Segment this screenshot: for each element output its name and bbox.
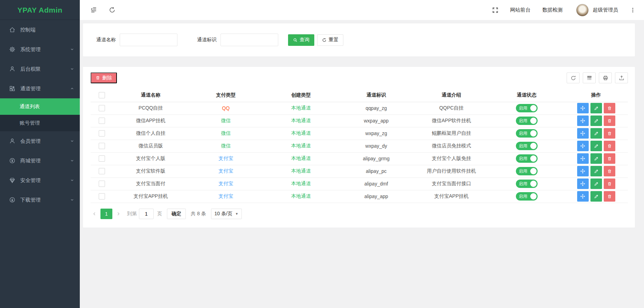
table-row: 微信个人自挂 微信 本地通道 wxpay_zg 鲲鹏框架用户自挂 启用 [91, 127, 628, 140]
channel-desc-cell: QQPC自挂 [414, 102, 489, 114]
channel-code-label: 通道标识 [197, 37, 217, 43]
sidebar-item-channels[interactable]: 通道管理 [0, 79, 80, 98]
move-button[interactable] [577, 128, 589, 139]
edit-button[interactable] [590, 103, 602, 113]
sidebar-item-mall[interactable]: 商城管理 [0, 151, 80, 170]
table-refresh-icon[interactable] [567, 72, 580, 83]
fullscreen-icon[interactable] [492, 7, 498, 13]
toggle-knob [530, 118, 537, 124]
chevron-down-icon [70, 67, 74, 71]
channel-code-cell: alipay_pc [338, 165, 414, 177]
row-checkbox[interactable] [99, 181, 105, 187]
edit-button[interactable] [590, 115, 602, 126]
sidebar-item-system[interactable]: 系统管理 [0, 40, 80, 59]
total-count: 共 8 条 [191, 211, 206, 217]
table-row: 微信APP挂机 微信 本地通道 wxpay_app 微信APP软件挂机 启用 [91, 114, 628, 127]
delete-button[interactable] [604, 141, 615, 151]
row-checkbox[interactable] [99, 105, 105, 111]
batch-delete-button[interactable]: 删除 [91, 72, 117, 83]
move-button[interactable] [577, 153, 589, 164]
edit-button[interactable] [590, 153, 602, 164]
status-toggle[interactable]: 启用 [516, 154, 538, 163]
pay-type-cell: 微信 [188, 114, 264, 127]
move-button[interactable] [577, 178, 589, 189]
move-button[interactable] [577, 166, 589, 176]
refresh-page-icon[interactable] [109, 7, 115, 13]
frontend-link[interactable]: 网站前台 [510, 7, 531, 13]
page-number-button[interactable]: 1 [100, 209, 112, 219]
table-row: PCQQ自挂 QQ 本地通道 qqpay_zg QQPC自挂 启用 [91, 102, 628, 114]
channel-code-input[interactable] [220, 34, 278, 46]
move-button[interactable] [577, 191, 589, 202]
page-size-select[interactable]: 10 条/页 ▼ [211, 209, 242, 219]
row-actions [564, 103, 628, 113]
delete-button[interactable] [604, 115, 615, 126]
delete-button[interactable] [604, 178, 615, 189]
edit-button[interactable] [590, 128, 602, 139]
toggle-knob [530, 168, 537, 174]
export-icon[interactable] [615, 72, 628, 83]
search-panel: 通道名称 通道标识 查询 重置 [83, 23, 635, 56]
select-all-checkbox[interactable] [99, 92, 105, 98]
row-checkbox[interactable] [99, 143, 105, 149]
username[interactable]: 超级管理员 [593, 7, 618, 13]
row-checkbox[interactable] [99, 193, 105, 200]
sidebar-item-console[interactable]: 控制端 [0, 20, 80, 40]
query-button[interactable]: 查询 [288, 34, 314, 46]
delete-button[interactable] [604, 103, 615, 113]
caret-down-icon: ▼ [235, 212, 238, 216]
table-panel: 删除 [83, 67, 635, 227]
next-page-icon[interactable] [114, 212, 122, 216]
pay-type-cell: 支付宝 [188, 152, 264, 165]
sidebar-subitem-account-manage[interactable]: 账号管理 [0, 115, 80, 131]
row-checkbox[interactable] [99, 155, 105, 162]
delete-button[interactable] [604, 166, 615, 176]
status-toggle[interactable]: 启用 [516, 180, 538, 188]
edit-button[interactable] [590, 191, 602, 202]
delete-button[interactable] [604, 191, 615, 202]
toggle-knob [530, 181, 537, 187]
avatar[interactable] [576, 4, 589, 16]
more-menu-icon[interactable] [630, 7, 636, 13]
sidebar-item-security[interactable]: 安全管理 [0, 170, 80, 190]
status-toggle[interactable]: 启用 [516, 129, 538, 138]
delete-button[interactable] [604, 128, 615, 139]
status-toggle[interactable]: 启用 [516, 142, 538, 150]
chevron-down-icon [70, 159, 74, 163]
col-header-ops: 操作 [564, 89, 628, 102]
move-button[interactable] [577, 103, 589, 113]
print-icon[interactable] [599, 72, 612, 83]
row-checkbox[interactable] [99, 168, 105, 174]
row-checkbox[interactable] [99, 118, 105, 124]
sidebar-subitem-channel-list[interactable]: 通道列表 [0, 98, 80, 115]
sidebar-item-members[interactable]: 会员管理 [0, 131, 80, 151]
delete-button[interactable] [604, 153, 615, 164]
edit-button[interactable] [590, 178, 602, 189]
collapse-sidebar-icon[interactable] [90, 7, 97, 13]
prev-page-icon[interactable] [91, 212, 98, 216]
channel-name-input[interactable] [120, 34, 177, 46]
filter-columns-icon[interactable] [583, 72, 596, 83]
col-header-desc: 通道介绍 [414, 89, 489, 102]
sidebar-item-downloads[interactable]: 下载管理 [0, 190, 80, 210]
status-toggle[interactable]: 启用 [516, 192, 538, 201]
status-toggle[interactable]: 启用 [516, 117, 538, 125]
col-header-pay-type: 支付类型 [188, 89, 264, 102]
sidebar-item-label: 控制端 [20, 27, 36, 33]
sidebar-subitem-label: 账号管理 [20, 120, 40, 126]
data-monitor-link[interactable]: 数据检测 [542, 7, 563, 13]
edit-button[interactable] [590, 141, 602, 151]
status-toggle[interactable]: 启用 [516, 167, 538, 175]
goto-confirm-button[interactable]: 确定 [167, 209, 186, 219]
status-toggle[interactable]: 启用 [516, 104, 538, 112]
row-actions [564, 166, 628, 176]
reset-button[interactable]: 重置 [317, 34, 343, 46]
channel-desc-cell: 支付宝当面付接口 [414, 177, 489, 190]
sidebar-item-admin-perms[interactable]: 后台权限 [0, 59, 80, 79]
move-button[interactable] [577, 115, 589, 126]
move-button[interactable] [577, 141, 589, 151]
goto-page-input[interactable] [139, 209, 154, 219]
row-checkbox[interactable] [99, 130, 105, 136]
edit-button[interactable] [590, 166, 602, 176]
channel-code-cell: wxpay_zg [338, 127, 414, 140]
